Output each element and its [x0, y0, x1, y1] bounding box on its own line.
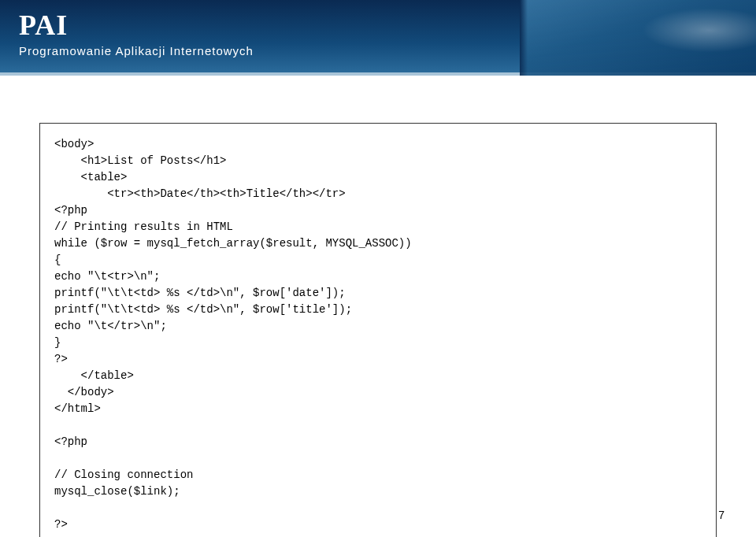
- page-number: 7: [718, 509, 724, 521]
- header-decorative-image: [520, 0, 756, 76]
- content-area: <body> <h1>List of Posts</h1> <table> <t…: [0, 76, 756, 537]
- slide-header: PAI Programowanie Aplikacji Internetowyc…: [0, 0, 756, 76]
- code-block: <body> <h1>List of Posts</h1> <table> <t…: [39, 123, 717, 537]
